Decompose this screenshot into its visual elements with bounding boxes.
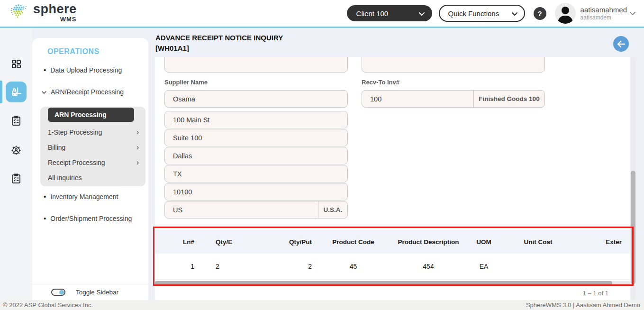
- bullet-icon: •: [44, 66, 46, 74]
- user-subname: aatisamdem: [581, 14, 627, 21]
- recv-to-inv-field[interactable]: 100 Finished Goods 100: [362, 90, 545, 108]
- column-header-product-description[interactable]: Product Description: [393, 238, 464, 246]
- column-header-uom[interactable]: UOM: [464, 238, 504, 246]
- globe-dots-icon: [9, 3, 29, 24]
- user-name: aatisamahmed: [581, 6, 627, 14]
- sidebar-item-data-upload[interactable]: • Data Upload Processing: [44, 66, 122, 74]
- sidebar-divider: [32, 284, 148, 284]
- app-logo[interactable]: sphere WMS: [9, 3, 77, 24]
- submenu-item-label: 1-Step Processing: [48, 128, 102, 136]
- toggle-switch-icon[interactable]: [51, 289, 65, 296]
- page-title-line1: ADVANCE RECEIPT NOTICE INQUIRY: [155, 33, 283, 43]
- table-horizontal-scrollbar[interactable]: [155, 281, 630, 285]
- chevron-down-icon: [42, 88, 46, 96]
- form-panel: Supplier Name Osama 100 Main St Suite 10…: [155, 57, 630, 300]
- submenu-item-label: All inquiries: [48, 174, 82, 182]
- brand-subtitle: WMS: [60, 16, 77, 22]
- zip-field[interactable]: 10100: [164, 183, 348, 201]
- chevron-down-icon[interactable]: [630, 9, 635, 18]
- column-header-qty-put[interactable]: Qty/Put: [252, 238, 314, 246]
- recv-to-field[interactable]: [362, 57, 545, 73]
- back-button[interactable]: [613, 36, 629, 52]
- state-field[interactable]: TX: [164, 165, 348, 182]
- column-header-unit-cost[interactable]: Unit Cost: [504, 238, 572, 246]
- icon-rail: [0, 28, 32, 300]
- scrollbar-thumb[interactable]: [631, 171, 635, 284]
- column-header-product-code[interactable]: Product Code: [314, 238, 393, 246]
- toggle-sidebar-label: Toggle Sidebar: [76, 289, 118, 296]
- avatar[interactable]: [555, 3, 576, 24]
- chevron-right-icon: ›: [136, 128, 139, 136]
- sidebar-item-label: ARN/Receipt Processing: [51, 88, 124, 96]
- address2-field[interactable]: Suite 100: [164, 129, 348, 146]
- client-dropdown-label: Client 100: [356, 9, 389, 18]
- bullet-icon: •: [44, 192, 46, 201]
- column-header-ln[interactable]: Ln#: [155, 238, 195, 246]
- app-body: OPERATIONS • Data Upload Processing ARN/…: [0, 28, 644, 300]
- scrollbar-thumb[interactable]: [155, 281, 612, 285]
- submenu-item-all-inquiries[interactable]: All inquiries: [48, 171, 139, 184]
- page-title: ADVANCE RECEIPT NOTICE INQUIRY [WH01A1]: [155, 33, 283, 54]
- content-vertical-scrollbar[interactable]: [631, 57, 635, 300]
- help-button[interactable]: ?: [534, 7, 546, 20]
- cell-qty-e: 2: [195, 263, 252, 270]
- task-list-icon[interactable]: [10, 115, 22, 127]
- sidebar-item-label: Data Upload Processing: [50, 66, 122, 74]
- arn-submenu: ARN Processing 1-Step Processing › Billi…: [40, 107, 145, 186]
- pagination-range: 1 – 1 of 1: [583, 290, 608, 297]
- submenu-item-arn-processing[interactable]: ARN Processing: [48, 108, 134, 122]
- chevron-down-icon: [419, 9, 425, 18]
- inquiry-list-icon[interactable]: [10, 173, 22, 184]
- supplier-name-label: Supplier Name: [164, 79, 208, 86]
- cell-product-code: 45: [314, 263, 393, 270]
- cell-qty-put: 2: [252, 263, 314, 270]
- column-header-extended[interactable]: Exter: [572, 238, 630, 246]
- table-paginator: 1 – 1 of 1: [155, 286, 630, 300]
- arrow-left-icon: [617, 41, 626, 47]
- recv-to-inv-addon: Finished Goods 100: [473, 91, 544, 107]
- address1-field[interactable]: 100 Main St: [164, 111, 348, 128]
- city-field[interactable]: Dallas: [164, 147, 348, 164]
- chevron-right-icon: ›: [136, 144, 139, 151]
- sidebar-item-label: Inventory Management: [50, 193, 118, 201]
- country-name-addon: U.S.A.: [318, 201, 347, 218]
- line-items-table-header: Ln# Qty/E Qty/Put Product Code Product D…: [155, 230, 630, 254]
- sidebar-section-title: OPERATIONS: [47, 47, 100, 56]
- app-footer: © 2022 ASP Global Services Inc. SphereWM…: [0, 300, 644, 310]
- country-field[interactable]: US U.S.A.: [164, 201, 348, 219]
- bullet-icon: •: [44, 214, 46, 222]
- footer-version: SphereWMS 3.0 | Aastisam Ahmed Demo: [526, 301, 640, 309]
- main-content: ADVANCE RECEIPT NOTICE INQUIRY [WH01A1] …: [148, 28, 644, 300]
- table-row[interactable]: 1 2 2 45 454 EA ⋮: [155, 254, 630, 280]
- quick-functions-dropdown[interactable]: Quick Functions: [439, 5, 525, 22]
- chevron-right-icon: ›: [136, 159, 139, 166]
- dashboard-icon[interactable]: [10, 58, 22, 70]
- quick-functions-label: Quick Functions: [448, 9, 499, 18]
- submenu-item-label: Billing: [48, 144, 65, 151]
- brand-name: sphere: [33, 3, 77, 16]
- cell-ln: 1: [155, 263, 195, 270]
- column-header-qty-e[interactable]: Qty/E: [195, 238, 252, 246]
- submenu-item-billing[interactable]: Billing ›: [48, 141, 139, 154]
- app-header: sphere WMS Client 100 Quick Functions ? …: [0, 0, 644, 27]
- client-dropdown[interactable]: Client 100: [347, 5, 432, 21]
- supplier-code-field[interactable]: [164, 57, 348, 73]
- cell-uom: EA: [464, 263, 504, 270]
- cell-product-description: 454: [393, 263, 464, 270]
- supplier-name-field[interactable]: Osama: [164, 90, 348, 108]
- toggle-sidebar-control[interactable]: Toggle Sidebar: [51, 289, 118, 296]
- chevron-down-icon: [512, 9, 517, 18]
- sidebar-item-order-shipment[interactable]: • Order/Shipment Processing: [44, 214, 132, 222]
- active-rail-indicator: [0, 81, 2, 103]
- admin-settings-icon[interactable]: [10, 145, 22, 156]
- sidebar-item-arn-receipt[interactable]: ARN/Receipt Processing: [42, 88, 124, 96]
- sidebar-item-label: Order/Shipment Processing: [50, 215, 132, 222]
- user-menu[interactable]: aatisamahmed aatisamdem: [581, 6, 627, 21]
- sidebar-item-inventory-management[interactable]: • Inventory Management: [44, 192, 118, 201]
- page-title-line2: [WH01A1]: [155, 43, 283, 54]
- submenu-item-label: ARN Processing: [54, 111, 107, 119]
- submenu-item-1-step[interactable]: 1-Step Processing ›: [48, 126, 139, 139]
- person-icon: [555, 3, 576, 24]
- submenu-item-receipt-processing[interactable]: Receipt Processing ›: [48, 156, 139, 169]
- receiving-forklift-icon[interactable]: [6, 82, 27, 102]
